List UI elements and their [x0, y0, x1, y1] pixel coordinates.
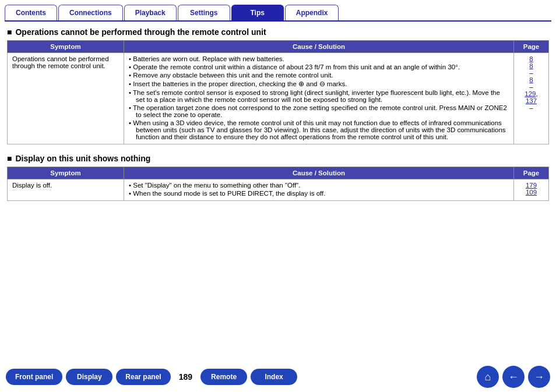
cause-item: Batteries are worn out. Replace with new… — [129, 55, 509, 62]
page-link[interactable]: 109 — [519, 189, 544, 196]
forward-icon: → — [534, 371, 544, 383]
front-panel-button[interactable]: Front panel — [6, 369, 62, 385]
back-button[interactable]: ← — [502, 366, 525, 388]
display-button[interactable]: Display — [66, 369, 112, 385]
main-content: Operations cannot be performed through t… — [0, 22, 556, 216]
home-icon: ⌂ — [485, 371, 491, 383]
section2-table: Symptom Cause / Solution Page Display is… — [7, 167, 549, 201]
table-row: Operations cannot be performed through t… — [8, 53, 549, 144]
table-row: Display is off. Set "Display" on the men… — [8, 179, 549, 201]
page-cell: 8 8 – 8 – 129, 137 – — [514, 53, 549, 144]
page-dash: – — [519, 83, 544, 90]
col-header-page: Page — [514, 41, 549, 53]
symptom-cell: Operations cannot be performed through t… — [8, 53, 124, 144]
cause-item: When the sound mode is set to PURE DIREC… — [129, 190, 509, 197]
page-link[interactable]: 179 — [519, 182, 544, 189]
cause-list2: Set "Display" on the menu to something o… — [129, 182, 509, 197]
cause-item: When using a 3D video device, the remote… — [129, 119, 509, 140]
col-header-cause2: Cause / Solution — [124, 167, 514, 179]
section1-table: Symptom Cause / Solution Page Operations… — [7, 40, 549, 144]
cause-item: The operation target zone does not corre… — [129, 104, 509, 118]
section2-heading: Display on this unit shows nothing — [7, 154, 549, 163]
tab-tips[interactable]: Tips — [231, 5, 284, 20]
tab-appendix[interactable]: Appendix — [285, 5, 339, 20]
cause-item: Insert the batteries in the proper direc… — [129, 80, 509, 88]
col-header-page2: Page — [514, 167, 549, 179]
forward-button[interactable]: → — [528, 366, 550, 388]
page-link[interactable]: 129, 137 — [519, 90, 544, 104]
back-icon: ← — [508, 371, 519, 383]
page-link[interactable]: 8 — [519, 76, 544, 83]
symptom-cell2: Display is off. — [8, 179, 124, 201]
rear-panel-button[interactable]: Rear panel — [116, 369, 170, 385]
page-link[interactable]: 8 — [519, 62, 544, 69]
cause-cell2: Set "Display" on the menu to something o… — [124, 179, 514, 201]
tab-contents[interactable]: Contents — [5, 5, 57, 20]
home-button[interactable]: ⌂ — [477, 366, 499, 388]
col-header-symptom2: Symptom — [8, 167, 124, 179]
tab-connections[interactable]: Connections — [58, 5, 123, 20]
page-dash: – — [519, 69, 544, 76]
tab-playback[interactable]: Playback — [124, 5, 177, 20]
remote-button[interactable]: Remote — [200, 369, 247, 385]
cause-item: The set's remote control sensor is expos… — [129, 89, 509, 103]
page-link[interactable]: 8 — [519, 55, 544, 62]
page-number: 189 — [179, 372, 192, 382]
tab-navigation: Contents Connections Playback Settings T… — [0, 0, 556, 20]
cause-cell: Batteries are worn out. Replace with new… — [124, 53, 514, 144]
col-header-cause: Cause / Solution — [124, 41, 514, 53]
tab-settings[interactable]: Settings — [178, 5, 230, 20]
page-dash: – — [519, 104, 544, 111]
cause-list: Batteries are worn out. Replace with new… — [129, 55, 509, 140]
section1-heading: Operations cannot be performed through t… — [7, 27, 549, 37]
footer: Front panel Display Rear panel 189 Remot… — [0, 362, 556, 392]
page-cell2: 179 109 — [514, 179, 549, 201]
col-header-symptom: Symptom — [8, 41, 124, 53]
cause-item: Remove any obstacle between this unit an… — [129, 72, 509, 79]
cause-item: Set "Display" on the menu to something o… — [129, 182, 509, 189]
cause-item: Operate the remote control unit within a… — [129, 63, 509, 70]
index-button[interactable]: Index — [251, 369, 297, 385]
